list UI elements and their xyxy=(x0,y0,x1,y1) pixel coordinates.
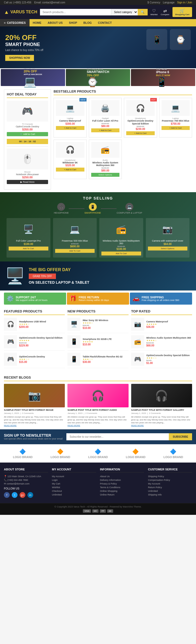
footer-grid: ABOUT STORE 📍 123 Main Street, CA 12345 … xyxy=(4,468,192,498)
tab-smartphone[interactable]: 📱 SMARTPHONE xyxy=(84,203,101,214)
blog-post-3-title: SAMPLE POST TITLE WITH FORMAT GALLERY xyxy=(131,409,192,411)
hot-deal-product-2-cat: Mouse xyxy=(7,171,48,173)
nav-shop[interactable]: SHOP xyxy=(66,19,80,26)
hot-deal-countdown: 00 : 14 : 16 : 02 xyxy=(7,139,48,144)
category-menu-button[interactable]: ≡ CATEGORIES xyxy=(0,19,30,26)
brands-section: 🔷 LOGO BRAND 🔶 LOGO BRAND 🔷 LOGO BRAND 🔶… xyxy=(0,444,196,463)
hot-deal-section: HOT DEAL TODAY 🎮 TV Console OptimConsole… xyxy=(4,89,51,190)
new-product-1: 🖥️ iMac Sony 3D Wireless ★★★★☆ $18.90 $1… xyxy=(67,318,128,333)
footer-link-compensation[interactable]: Compensation Policy xyxy=(148,479,192,481)
footer-link-checkout[interactable]: Checkout xyxy=(52,490,96,492)
ts-product-2-cart-button[interactable]: Add To Cart xyxy=(55,249,95,253)
footer-link-about-us[interactable]: About Us xyxy=(100,475,144,478)
nav-about[interactable]: ABOUT US xyxy=(44,19,66,26)
tab-computer[interactable]: 💻 COMPUTER & LAPTOP xyxy=(117,203,142,214)
hot-deal-product-1-price: $350.00 xyxy=(7,128,48,131)
product-5-cart-button[interactable]: + Add to Cart xyxy=(56,168,84,172)
footer-link-unlimited2[interactable]: Unlimited xyxy=(148,490,192,492)
ts-product-2: 💻 Powermac 500 Mini Blue $700.00 $600.00… xyxy=(53,218,97,258)
newsletter-email-input[interactable] xyxy=(66,433,169,440)
blog-post-3-meta: January 1, 2023 | 2 Comments xyxy=(131,412,192,414)
blog-post-3-read-more[interactable]: READ MORE xyxy=(131,424,192,427)
blog-post-1-read-more[interactable]: READ MORE xyxy=(4,424,65,427)
sub-banner-3-title: iPhone 6 xyxy=(156,70,170,74)
newsletter-subscribe-button[interactable]: SUBSCRIBE xyxy=(169,433,192,440)
nav-items: HOME ABOUT US SHOP BLOG CONTACT xyxy=(30,19,115,26)
bestseller-title: BESTSELLER PRODUCTS xyxy=(54,89,192,95)
ts-product-3-cart-button[interactable]: Add To Cart xyxy=(101,252,141,255)
compare-icon-btn[interactable]: ⇄ Compare xyxy=(161,8,169,16)
currency-selector[interactable]: $ Currency xyxy=(147,1,160,4)
footer-link-unlimited[interactable]: Unlimited xyxy=(52,493,96,496)
blog-post-1-meta: January 1, 2023 | 2 Comments xyxy=(4,412,65,414)
footer-link-return-policy[interactable]: Return Policy xyxy=(148,486,192,489)
product-2-name: Full Color Laser All Pro xyxy=(91,119,120,122)
ts-product-1-img: 🖥️ xyxy=(9,220,48,238)
sub-banner-smartwatch[interactable]: INTRODUCING SMARTWATCH 70% OFF ⌚ xyxy=(66,69,130,86)
googleplus-icon[interactable]: g+ xyxy=(20,492,25,498)
footer-link-my-account[interactable]: My Account xyxy=(52,475,96,478)
product-6-price: $80.00 xyxy=(91,169,120,172)
footer-link-account[interactable]: My Account xyxy=(148,482,192,485)
footer-link-online-shopping[interactable]: Online Shopping xyxy=(100,490,144,492)
product-6-options-button[interactable]: Select Options xyxy=(91,173,120,177)
language-selector[interactable]: Language xyxy=(163,1,175,4)
category-select[interactable]: Select category xyxy=(111,9,138,15)
hot-deal-product-1-name: OptimConsole Destiny xyxy=(7,125,48,128)
blog-post-1-excerpt: All children except one grow up. They so… xyxy=(4,415,65,424)
wishlist-icon-btn[interactable]: ♡ Wishlist xyxy=(150,8,158,16)
footer-link-shipping-policy[interactable]: Shipping Policy xyxy=(148,475,192,478)
wishlist-label: Wishlist xyxy=(150,13,158,16)
blog-post-1-comments: 2 Comments xyxy=(22,412,33,414)
top-rated-product-3-price: $1.00 xyxy=(146,362,192,364)
sub-banner-macbook[interactable]: GET UP TO 20% OFF APPLE MACBOOK 💻 xyxy=(1,69,65,86)
ts-product-3-img: 📻 xyxy=(101,220,141,238)
top-selling-tabs: 🎧 HEADPHONE 📱 SMARTPHONE 💻 COMPUTER & LA… xyxy=(4,203,192,214)
ts-product-2-old-price: $700.00 xyxy=(55,243,95,245)
hero-subtitle: Last chance to buy extra 70% off xyxy=(5,49,43,52)
nav-home[interactable]: HOME xyxy=(30,19,44,26)
nav-contact[interactable]: CONTACT xyxy=(95,19,115,26)
footer-link-terms[interactable]: Terms & Conditions xyxy=(100,486,144,489)
footer-link-privacy[interactable]: Privacy & Policy xyxy=(100,482,144,485)
feature-shipping: 🚗 FREE SHIPPING Free shipping on all ord… xyxy=(130,293,192,305)
hero-cta-button[interactable]: SHOPPING NOW xyxy=(5,55,34,61)
ts-product-1-cart-button[interactable]: Add To Cart xyxy=(9,247,48,250)
ts-product-4-options-button[interactable]: Select Options xyxy=(148,247,188,250)
new-product-1-old-price: $18.90 xyxy=(83,324,128,327)
sub-banner-iphone[interactable]: THE NEW iPhone 6 BUY IT NOW 📱 xyxy=(131,69,195,86)
twitter-icon[interactable]: t xyxy=(12,492,18,498)
bestseller-products-grid: NEW 💻 Laptop Camera Waterproof $300.00 +… xyxy=(54,98,192,179)
product-1-cart-button[interactable]: + Add to Cart xyxy=(56,126,84,130)
hot-deal-product-2-view-button[interactable]: ▶ Read More xyxy=(7,180,48,184)
top-rated-product-2-info: Wireless Audio System Multisystem 360 ★★… xyxy=(146,337,192,347)
footer-link-login[interactable]: Login xyxy=(52,479,96,481)
product-2-old-price: $130.00 xyxy=(91,122,120,125)
cart-button[interactable]: 🛒 Shopping Cart xyxy=(172,7,192,17)
product-4-cart-button[interactable]: + Add to Cart xyxy=(162,126,190,130)
blog-post-2-read-more[interactable]: READ MORE xyxy=(67,424,128,427)
footer-link-my-cart[interactable]: My Cart xyxy=(52,482,96,485)
nav-blog[interactable]: BLOG xyxy=(80,19,95,26)
brand-2-name: LOGO BRAND xyxy=(50,455,70,459)
search-button[interactable]: 🔍 xyxy=(138,9,148,15)
footer-link-delivery[interactable]: Delivery Information xyxy=(100,479,144,481)
product-3-cart-button[interactable]: + Add to Cart xyxy=(126,131,155,135)
featured-product-1-img: 🎧 xyxy=(4,318,17,331)
footer-link-online-return[interactable]: Online Return xyxy=(100,493,144,496)
header: ▲ VARUS TECH Select category 🔍 ♡ Wishlis… xyxy=(0,5,196,19)
big-offer-cta-button[interactable]: GRAB 70% OFF xyxy=(29,273,56,279)
product-3-cat: Headphone xyxy=(126,117,155,119)
login-link[interactable]: Sign in / Join xyxy=(177,1,192,4)
footer-link-wishlist[interactable]: Wishlist xyxy=(52,486,96,489)
linkedin-icon[interactable]: in xyxy=(27,492,33,498)
product-2-cart-button[interactable]: + Add to Cart xyxy=(91,128,120,132)
watch-icon: ⌚ xyxy=(87,77,109,88)
search-input[interactable] xyxy=(40,9,111,15)
tab-headphone[interactable]: 🎧 HEADPHONE xyxy=(54,203,69,214)
facebook-icon[interactable]: f xyxy=(4,492,10,498)
brand-5-icon: 🔷 xyxy=(163,448,183,455)
footer-link-shipping-info[interactable]: Shipping Info xyxy=(148,493,192,496)
top-rated-product-1-stars: ★★★★★ xyxy=(146,323,192,326)
hot-deal-product-1-cart-button[interactable]: 🛒 Add to Cart xyxy=(7,132,48,136)
